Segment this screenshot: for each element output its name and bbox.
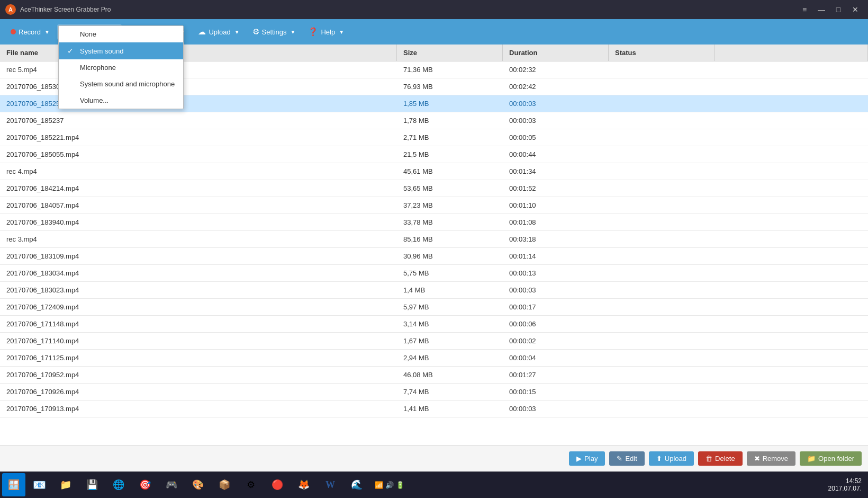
cell-duration: 00:01:27 <box>503 367 609 383</box>
cell-duration: 00:01:10 <box>503 197 609 214</box>
open-folder-label: Open folder <box>818 455 854 463</box>
cell-duration: 00:01:08 <box>503 214 609 230</box>
cell-size: 30,96 MB <box>397 248 503 264</box>
cell-filename: 20170706_171140.mp4 <box>0 333 397 349</box>
upload-arrow: ▼ <box>234 29 240 35</box>
cell-extra <box>715 129 868 146</box>
taskbar-outlook[interactable]: 📧 <box>26 473 52 496</box>
upload-button[interactable]: ☁ Upload ▼ <box>193 24 245 40</box>
table-row[interactable]: 20170706_170913.mp4 1,41 MB 00:00:03 <box>0 401 868 417</box>
cell-status <box>609 180 715 197</box>
taskbar-app3[interactable]: 💾 <box>79 473 105 496</box>
upload-action-button[interactable]: ⬆ Upload <box>649 451 694 466</box>
remove-button[interactable]: ✖ Remove <box>747 451 795 466</box>
dropdown-system-sound[interactable]: ✓ System sound <box>59 42 183 59</box>
table-row[interactable]: 20170706_171125.mp4 2,94 MB 00:00:04 <box>0 350 868 367</box>
play-button[interactable]: ▶ Play <box>569 451 605 466</box>
cell-duration: 00:00:03 <box>503 112 609 129</box>
record-icon <box>11 29 16 34</box>
cell-status <box>609 112 715 129</box>
clock-time: 14:52 <box>828 477 862 485</box>
remove-icon: ✖ <box>754 455 760 463</box>
cell-size: 45,61 MB <box>397 163 503 180</box>
taskbar-app10[interactable]: 🔴 <box>265 473 290 496</box>
dropdown-system-mic[interactable]: System sound and microphone <box>59 76 183 92</box>
table-row[interactable]: 20170706_171148.mp4 3,14 MB 00:00:06 <box>0 316 868 333</box>
taskbar-clock[interactable]: 14:52 2017.07.07. <box>828 477 866 492</box>
microphone-label: Microphone <box>80 64 116 72</box>
cell-extra <box>715 231 868 247</box>
close-button[interactable]: ✕ <box>848 4 863 15</box>
table-row[interactable]: 20170706_185237 1,78 MB 00:00:03 <box>0 112 868 129</box>
upload-action-label: Upload <box>665 455 686 463</box>
delete-button[interactable]: 🗑 Delete <box>698 451 743 466</box>
cell-size: 1,41 MB <box>397 401 503 417</box>
start-button[interactable]: 🪟 <box>2 473 25 496</box>
settings-button[interactable]: ⚙ Settings ▼ <box>247 24 301 40</box>
dropdown-microphone[interactable]: Microphone <box>59 59 183 76</box>
table-row[interactable]: 20170706_172409.mp4 5,97 MB 00:00:17 <box>0 299 868 316</box>
taskbar-app13[interactable]: 🌊 <box>344 473 369 496</box>
taskbar-explorer[interactable]: 📁 <box>53 473 78 496</box>
dropdown-volume[interactable]: Volume... <box>59 92 183 109</box>
cell-status <box>609 299 715 315</box>
cell-filename: 20170706_183034.mp4 <box>0 265 397 281</box>
maximize-button[interactable]: □ <box>831 4 846 15</box>
taskbar-app6[interactable]: 🎮 <box>159 473 184 496</box>
record-button[interactable]: Record ▼ <box>5 25 55 39</box>
table-row[interactable]: 20170706_170952.mp4 46,08 MB 00:01:27 <box>0 367 868 384</box>
cell-size: 1,78 MB <box>397 112 503 129</box>
play-label: Play <box>584 455 598 463</box>
open-folder-button[interactable]: 📁 Open folder <box>800 451 862 466</box>
dropdown-none[interactable]: None <box>59 26 183 42</box>
table-row[interactable]: 20170706_170926.mp4 7,74 MB 00:00:15 <box>0 384 868 401</box>
cell-filename: 20170706_172409.mp4 <box>0 299 397 315</box>
cell-duration: 00:00:05 <box>503 129 609 146</box>
table-row[interactable]: 20170706_184214.mp4 53,65 MB 00:01:52 <box>0 180 868 197</box>
cell-extra <box>715 61 868 78</box>
cell-status <box>609 265 715 281</box>
table-row[interactable]: 20170706_183023.mp4 1,4 MB 00:00:03 <box>0 282 868 299</box>
cell-size: 1,4 MB <box>397 282 503 298</box>
cell-extra <box>715 401 868 417</box>
cell-extra <box>715 333 868 349</box>
cell-size: 85,16 MB <box>397 231 503 247</box>
taskbar-firefox[interactable]: 🦊 <box>291 473 317 496</box>
cell-size: 2,94 MB <box>397 350 503 366</box>
table-row[interactable]: 20170706_185221.mp4 2,71 MB 00:00:05 <box>0 129 868 146</box>
settings-label: Settings <box>262 28 287 36</box>
table-row[interactable]: 20170706_184057.mp4 37,23 MB 00:01:10 <box>0 197 868 214</box>
cell-duration: 00:00:03 <box>503 282 609 298</box>
taskbar-word[interactable]: W <box>318 473 343 496</box>
table-row[interactable]: 20170706_171140.mp4 1,67 MB 00:00:02 <box>0 333 868 350</box>
cell-size: 46,08 MB <box>397 367 503 383</box>
taskbar-app4[interactable]: 🌐 <box>106 473 131 496</box>
table-row[interactable]: rec 3.mp4 85,16 MB 00:03:18 <box>0 231 868 248</box>
table-row[interactable]: 20170706_183940.mp4 33,78 MB 00:01:08 <box>0 214 868 231</box>
taskbar-app9[interactable]: ⚙ <box>238 473 264 496</box>
cell-size: 21,5 MB <box>397 146 503 163</box>
cell-size: 71,36 MB <box>397 61 503 78</box>
cell-extra <box>715 112 868 129</box>
settings-icon: ⚙ <box>252 27 259 37</box>
cell-duration: 00:00:15 <box>503 384 609 400</box>
taskbar-app7[interactable]: 🎨 <box>185 473 211 496</box>
folder-icon: 📁 <box>807 455 816 463</box>
taskbar-app8[interactable]: 📦 <box>212 473 237 496</box>
menu-button[interactable]: ≡ <box>797 4 812 15</box>
minimize-button[interactable]: — <box>814 4 829 15</box>
system-sound-check: ✓ <box>67 47 76 55</box>
table-row[interactable]: 20170706_183109.mp4 30,96 MB 00:01:14 <box>0 248 868 265</box>
cell-size: 2,71 MB <box>397 129 503 146</box>
cell-status <box>609 146 715 163</box>
table-row[interactable]: rec 4.mp4 45,61 MB 00:01:34 <box>0 163 868 180</box>
table-row[interactable]: 20170706_185055.mp4 21,5 MB 00:00:44 <box>0 146 868 163</box>
col-extra <box>715 45 868 61</box>
cell-size: 5,75 MB <box>397 265 503 281</box>
upload-action-icon: ⬆ <box>656 455 662 463</box>
cell-status <box>609 163 715 180</box>
edit-button[interactable]: ✎ Edit <box>609 451 644 466</box>
help-button[interactable]: ❓ Help ▼ <box>303 24 349 40</box>
taskbar-app5[interactable]: 🎯 <box>132 473 158 496</box>
table-row[interactable]: 20170706_183034.mp4 5,75 MB 00:00:13 <box>0 265 868 282</box>
